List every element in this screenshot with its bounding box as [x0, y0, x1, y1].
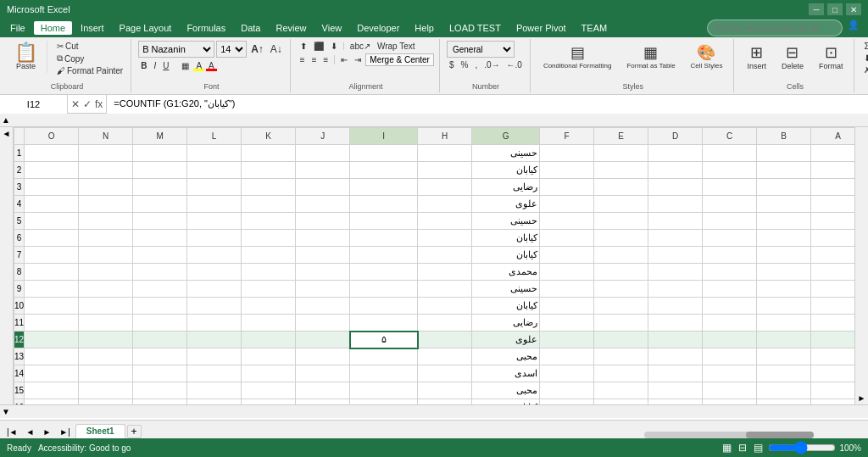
cell-F6[interactable]	[540, 230, 594, 247]
cell-J8[interactable]	[296, 264, 350, 281]
cell-L4[interactable]	[187, 196, 242, 213]
percent-button[interactable]: %	[459, 59, 471, 70]
cell-E12[interactable]	[594, 332, 648, 348]
cell-O2[interactable]	[25, 162, 79, 179]
col-header-E[interactable]: E	[594, 128, 648, 145]
cell-F7[interactable]	[540, 247, 594, 264]
cell-G1[interactable]: حسینی	[472, 145, 540, 162]
cell-I13[interactable]	[350, 348, 418, 365]
wrap-text-button[interactable]: Wrap Text	[375, 41, 418, 52]
cell-B14[interactable]	[757, 365, 811, 382]
menu-team[interactable]: TEAM	[575, 21, 615, 35]
maximize-button[interactable]: □	[827, 3, 843, 15]
corner-header[interactable]	[14, 128, 25, 145]
cell-K5[interactable]	[242, 213, 296, 230]
menu-insert[interactable]: Insert	[74, 21, 111, 35]
cell-J3[interactable]	[296, 179, 350, 196]
cell-L13[interactable]	[187, 348, 242, 365]
cell-M5[interactable]	[133, 213, 187, 230]
cell-K14[interactable]	[242, 365, 296, 382]
cell-K11[interactable]	[242, 315, 296, 332]
cell-D14[interactable]	[648, 365, 703, 382]
scroll-left-button[interactable]: ◄	[3, 129, 11, 138]
row-header-5[interactable]: 5	[14, 213, 25, 230]
cell-J9[interactable]	[296, 281, 350, 298]
cell-I6[interactable]	[350, 230, 418, 247]
cell-F8[interactable]	[540, 264, 594, 281]
cell-I15[interactable]	[350, 382, 418, 399]
cell-F14[interactable]	[540, 365, 594, 382]
cell-J12[interactable]	[296, 332, 350, 348]
cell-M15[interactable]	[133, 382, 187, 399]
cell-F4[interactable]	[540, 196, 594, 213]
cell-B5[interactable]	[757, 213, 811, 230]
format-painter-button[interactable]: 🖌 Format Painter	[54, 65, 125, 76]
col-header-I[interactable]: I	[350, 128, 418, 145]
formula-input[interactable]	[107, 95, 868, 114]
font-name-select[interactable]: B Nazanin	[138, 41, 214, 58]
cell-K12[interactable]	[242, 332, 296, 348]
cell-A7[interactable]	[811, 247, 854, 264]
cell-A8[interactable]	[811, 264, 854, 281]
cell-E13[interactable]	[594, 348, 648, 365]
cell-C11[interactable]	[703, 315, 757, 332]
cell-J2[interactable]	[296, 162, 350, 179]
cell-A6[interactable]	[811, 230, 854, 247]
scroll-up-button[interactable]: ▲	[2, 115, 10, 125]
cell-D15[interactable]	[648, 382, 703, 399]
cell-J13[interactable]	[296, 348, 350, 365]
cell-A3[interactable]	[811, 179, 854, 196]
cell-D1[interactable]	[648, 145, 703, 162]
cell-L6[interactable]	[187, 230, 242, 247]
cell-B10[interactable]	[757, 298, 811, 315]
cell-J6[interactable]	[296, 230, 350, 247]
cell-H4[interactable]	[418, 196, 472, 213]
cell-A14[interactable]	[811, 365, 854, 382]
cell-F2[interactable]	[540, 162, 594, 179]
cut-button[interactable]: ✂ Cut	[54, 41, 125, 52]
col-header-G[interactable]: G	[472, 128, 540, 145]
cell-H12[interactable]	[418, 332, 472, 348]
menu-file[interactable]: File	[3, 21, 32, 35]
cell-L10[interactable]	[187, 298, 242, 315]
cell-B2[interactable]	[757, 162, 811, 179]
cell-D9[interactable]	[648, 281, 703, 298]
align-bottom-button[interactable]: ⬇	[328, 41, 340, 52]
cell-A2[interactable]	[811, 162, 854, 179]
col-header-H[interactable]: H	[418, 128, 472, 145]
cell-L12[interactable]	[187, 332, 242, 348]
cell-I5[interactable]	[350, 213, 418, 230]
cell-O9[interactable]	[25, 281, 79, 298]
cell-D6[interactable]	[648, 230, 703, 247]
cell-C4[interactable]	[703, 196, 757, 213]
col-header-J[interactable]: J	[296, 128, 350, 145]
cell-A1[interactable]	[811, 145, 854, 162]
cell-K13[interactable]	[242, 348, 296, 365]
cell-E7[interactable]	[594, 247, 648, 264]
row-header-2[interactable]: 2	[14, 162, 25, 179]
cell-A10[interactable]	[811, 298, 854, 315]
row-header-8[interactable]: 8	[14, 264, 25, 281]
row-header-10[interactable]: 10	[14, 298, 25, 315]
cell-A15[interactable]	[811, 382, 854, 399]
cell-L2[interactable]	[187, 162, 242, 179]
cell-O14[interactable]	[25, 365, 79, 382]
cell-I4[interactable]	[350, 196, 418, 213]
cell-B8[interactable]	[757, 264, 811, 281]
bold-button[interactable]: B	[138, 60, 149, 71]
cell-I11[interactable]	[350, 315, 418, 332]
cell-E4[interactable]	[594, 196, 648, 213]
cell-C12[interactable]	[703, 332, 757, 348]
cell-J10[interactable]	[296, 298, 350, 315]
cell-C2[interactable]	[703, 162, 757, 179]
italic-button[interactable]: I	[151, 60, 159, 71]
col-header-F[interactable]: F	[540, 128, 594, 145]
col-header-D[interactable]: D	[648, 128, 703, 145]
cell-E11[interactable]	[594, 315, 648, 332]
cell-E3[interactable]	[594, 179, 648, 196]
row-header-13[interactable]: 13	[14, 348, 25, 365]
cell-N2[interactable]	[79, 162, 133, 179]
cell-G12[interactable]: علوی	[472, 332, 540, 348]
cell-N3[interactable]	[79, 179, 133, 196]
decrease-indent-button[interactable]: ⇤	[338, 53, 350, 66]
